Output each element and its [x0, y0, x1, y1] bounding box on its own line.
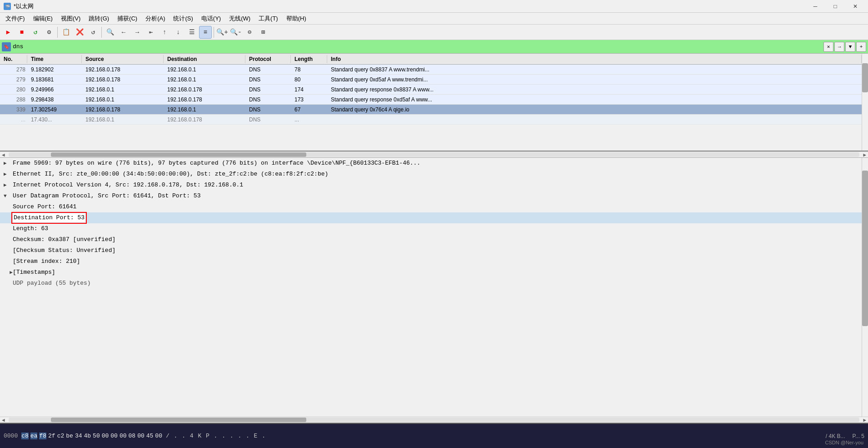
filter-dropdown-button[interactable]: ▼ — [845, 42, 855, 52]
detail-timestamps-row[interactable]: ▶ [Timestamps] — [0, 267, 862, 278]
packet-time: 17.302549 — [27, 106, 82, 113]
detail-frame-row[interactable]: ▶ Frame 5969: 97 bytes on wire (776 bits… — [0, 158, 862, 169]
packet-proto: DNS — [245, 96, 291, 103]
detail-stream-row[interactable]: [Stream index: 210] — [0, 256, 862, 267]
hex-byte: 00 — [137, 433, 145, 439]
expand-cksumstatus-icon — [4, 246, 11, 255]
menu-statistics[interactable]: 统计(S) — [170, 14, 196, 24]
expand-udppayload-icon — [4, 279, 11, 288]
menu-capture[interactable]: 捕获(C) — [114, 14, 141, 24]
packet-info: Standard query response 0x8837 A www... — [327, 86, 862, 93]
save-file-button[interactable]: ❌ — [73, 26, 86, 39]
detail-dst-port-row[interactable]: Destination Port: 53 — [0, 212, 862, 223]
expand-timestamps-icon[interactable]: ▶ — [4, 268, 11, 277]
menu-file[interactable]: 文件(F) — [2, 14, 29, 24]
menu-goto[interactable]: 跳转(G) — [85, 14, 113, 24]
packet-dest: 192.168.0.1 — [164, 66, 245, 73]
menu-analyze[interactable]: 分析(A) — [142, 14, 169, 24]
go-to-last-button[interactable]: ☰ — [185, 26, 198, 39]
menu-telephony[interactable]: 电话(Y) — [198, 14, 224, 24]
start-capture-button[interactable]: ▶ — [2, 26, 15, 39]
packet-no: 280 — [0, 86, 27, 93]
hscroll-thumb — [51, 152, 306, 157]
menu-bar: 文件(F) 编辑(E) 视图(V) 跳转(G) 捕获(C) 分析(A) 统计(S… — [0, 13, 868, 25]
resize-columns-button[interactable]: ⊞ — [257, 26, 269, 39]
col-header-no: No. — [0, 55, 27, 63]
detail-checksum-row[interactable]: Checksum: 0xa387 [unverified] — [0, 234, 862, 245]
detail-ip-row[interactable]: ▶ Internet Protocol Version 4, Src: 192.… — [0, 180, 862, 191]
watermark: CSDN @Ner-you — [825, 440, 863, 445]
expand-ethernet-icon[interactable]: ▶ — [4, 170, 11, 179]
hscroll-track[interactable] — [9, 152, 860, 157]
detail-hscroll-track[interactable] — [9, 418, 860, 422]
zoom-reset-button[interactable]: ⊖ — [243, 26, 256, 39]
filter-apply-button[interactable]: → — [834, 42, 844, 52]
packet-row[interactable]: 278 9.182902 192.168.0.178 192.168.0.1 D… — [0, 65, 862, 75]
find-packet-button[interactable]: 🔍 — [104, 26, 116, 39]
go-to-next-button[interactable]: ↓ — [172, 26, 185, 39]
expand-ip-icon[interactable]: ▶ — [4, 181, 11, 190]
filter-input[interactable] — [13, 43, 822, 50]
colorize-button[interactable]: ≡ — [199, 26, 212, 39]
filter-clear-button[interactable]: ✕ — [823, 42, 833, 52]
packet-proto: DNS — [245, 116, 291, 123]
filter-bar: 🔖 ✕ → ▼ + — [0, 40, 868, 54]
expand-frame-icon[interactable]: ▶ — [4, 159, 11, 168]
hex-byte: 00 — [120, 433, 127, 439]
close-button[interactable]: ✕ — [846, 1, 864, 11]
go-to-prev-button[interactable]: ↑ — [158, 26, 171, 39]
packet-info: Standard query 0x76c4 A qige.io — [327, 106, 862, 113]
packet-proto: DNS — [245, 86, 291, 93]
packet-info: Standard query response 0xd5af A www... — [327, 96, 862, 103]
packet-length: ... — [291, 116, 327, 123]
packet-row[interactable]: 288 9.298438 192.168.0.1 192.168.0.178 D… — [0, 95, 862, 105]
go-back-button[interactable]: ← — [117, 26, 130, 39]
stream-text: [Stream index: 210] — [13, 257, 80, 266]
packet-list-scroll-thumb — [862, 63, 868, 92]
go-forward-button[interactable]: → — [131, 26, 144, 39]
hex-byte: 4b — [84, 433, 91, 439]
minimize-button[interactable]: ─ — [806, 1, 824, 11]
packet-row[interactable]: 339 17.302549 192.168.0.178 192.168.0.1 … — [0, 105, 862, 115]
detail-udp-payload-row[interactable]: UDP payload (55 bytes) — [0, 278, 862, 289]
zoom-in-button[interactable]: 🔍+ — [216, 26, 229, 39]
detail-length-row[interactable]: Length: 63 — [0, 223, 862, 234]
detail-udp-row[interactable]: ▼ User Datagram Protocol, Src Port: 6164… — [0, 191, 862, 201]
menu-wireless[interactable]: 无线(W) — [225, 14, 254, 24]
open-file-button[interactable]: 📋 — [60, 26, 72, 39]
packet-row[interactable]: ... 17.430... 192.168.0.1 192.168.0.178 … — [0, 115, 862, 125]
detail-ethernet-row[interactable]: ▶ Ethernet II, Src: zte_00:00:00 (34:4b:… — [0, 169, 862, 180]
status-info: P... 5 — [853, 433, 864, 439]
hex-byte-selected: ea — [30, 433, 38, 439]
expand-udp-icon[interactable]: ▼ — [4, 191, 11, 201]
packet-list-hscroll[interactable]: ◀ ▶ — [0, 151, 868, 158]
menu-view[interactable]: 视图(V) — [57, 14, 84, 24]
zoom-out-button[interactable]: 🔍- — [229, 26, 242, 39]
detail-scrollbar[interactable] — [862, 158, 868, 417]
packet-info: Standard query 0xd5af A www.trendmi... — [327, 76, 862, 83]
packet-length: 78 — [291, 66, 327, 73]
filter-add-button[interactable]: + — [856, 42, 866, 52]
go-to-first-button[interactable]: ⇤ — [145, 26, 157, 39]
detail-hscroll[interactable]: ◀ ▶ — [0, 417, 868, 423]
udp-text: User Datagram Protocol, Src Port: 61641,… — [13, 191, 200, 201]
open-capture-options-button[interactable]: ⚙ — [43, 26, 55, 39]
hex-panel: 0000 c8 ea f8 2f c2 be 34 4b 50 00 00 00… — [0, 423, 868, 448]
close-file-button[interactable]: ↺ — [87, 26, 100, 39]
menu-edit[interactable]: 编辑(E) — [30, 14, 56, 24]
timestamps-text: [Timestamps] — [13, 268, 55, 277]
expand-checksum-icon — [4, 235, 11, 244]
stop-capture-button[interactable]: ■ — [15, 26, 28, 39]
detail-src-port-row[interactable]: Source Port: 61641 — [0, 201, 862, 212]
maximize-button[interactable]: □ — [826, 1, 844, 11]
packet-list-scrollbar[interactable] — [862, 54, 868, 151]
packet-list-header: No. Time Source Destination Protocol Len… — [0, 54, 862, 65]
restart-capture-button[interactable]: ↺ — [29, 26, 42, 39]
hex-byte: 00 — [155, 433, 162, 439]
packet-row[interactable]: 280 9.249966 192.168.0.1 192.168.0.178 D… — [0, 85, 862, 95]
hex-byte: 50 — [93, 433, 100, 439]
menu-help[interactable]: 帮助(H) — [283, 14, 310, 24]
detail-checksum-status-row[interactable]: [Checksum Status: Unverified] — [0, 245, 862, 256]
packet-row[interactable]: 279 9.183681 192.168.0.178 192.168.0.1 D… — [0, 75, 862, 85]
menu-tools[interactable]: 工具(T) — [255, 14, 282, 24]
